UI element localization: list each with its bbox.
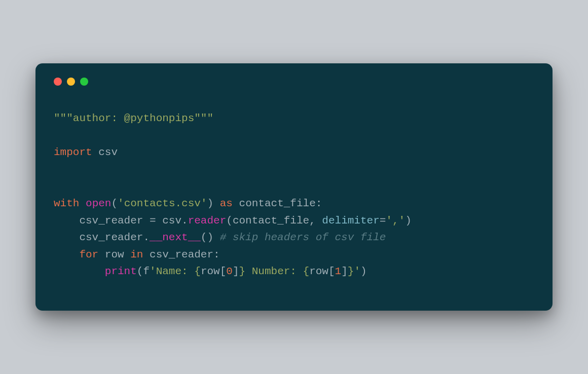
str-delimiter: ',': [386, 215, 405, 227]
traffic-lights: [54, 78, 534, 86]
fn-reader: reader: [188, 215, 227, 227]
fn-next: __next__: [150, 232, 201, 243]
fn-open: open: [86, 198, 111, 209]
num-0: 0: [226, 266, 233, 277]
kw-import: import: [54, 146, 92, 158]
kw-with: with: [54, 198, 79, 209]
var-contact-file: contact_file:: [233, 198, 322, 209]
code-window: """author: @pythonpips""" import csv wit…: [35, 63, 553, 311]
kw-as: as: [220, 198, 233, 209]
fn-print: print: [105, 266, 137, 277]
mod-csv: csv: [92, 146, 118, 158]
close-icon[interactable]: [54, 78, 62, 86]
code-block: """author: @pythonpips""" import csv wit…: [54, 110, 534, 280]
comment-skip-headers: # skip headers of csv file: [220, 232, 386, 243]
code-docstring: """author: @pythonpips""": [54, 113, 213, 124]
str-filename: 'contacts.csv': [118, 198, 207, 209]
maximize-icon[interactable]: [80, 78, 88, 86]
param-delimiter: delimiter: [322, 215, 379, 227]
num-1: 1: [335, 266, 342, 277]
kw-for: for: [79, 249, 98, 260]
minimize-icon[interactable]: [67, 78, 75, 86]
kw-in: in: [130, 249, 143, 260]
